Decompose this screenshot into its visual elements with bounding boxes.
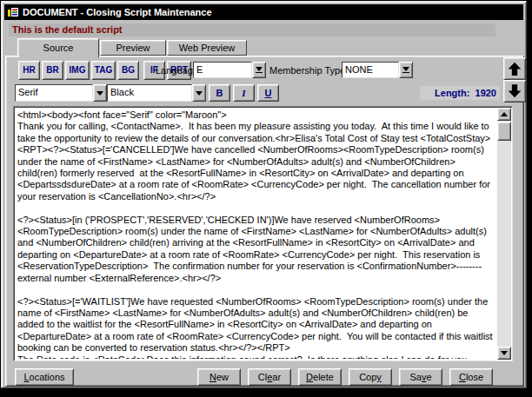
up-arrow-icon bbox=[507, 61, 522, 76]
chevron-down-icon bbox=[196, 91, 203, 96]
tab-source[interactable]: Source bbox=[17, 38, 99, 57]
membership-dropdown-icon[interactable] bbox=[399, 62, 413, 78]
action-button-row: New Clear Delete Copy Save Close bbox=[197, 368, 493, 386]
scrollbar-thumb[interactable] bbox=[497, 122, 511, 141]
language-value[interactable]: E bbox=[193, 62, 252, 78]
app-window: DOCUMENT - Closing Script Maintenance Th… bbox=[1, 1, 527, 388]
tab-preview[interactable]: Preview bbox=[100, 40, 166, 56]
dropdown-underline bbox=[256, 72, 263, 73]
font-color-combo[interactable]: Black bbox=[107, 84, 206, 102]
membership-type-label: Membership Type bbox=[269, 63, 345, 79]
italic-button[interactable]: I bbox=[233, 84, 255, 102]
length-label: Length: bbox=[435, 88, 469, 98]
chevron-down-icon bbox=[402, 67, 409, 71]
editor-scrollbar[interactable] bbox=[497, 108, 511, 360]
language-combo[interactable]: E bbox=[193, 62, 266, 78]
font-family-value[interactable]: Serif bbox=[15, 84, 93, 102]
move-up-button[interactable] bbox=[503, 57, 526, 80]
membership-type-combo[interactable]: NONE bbox=[342, 62, 413, 78]
font-family-combo[interactable]: Serif bbox=[15, 84, 107, 102]
window-title: DOCUMENT - Closing Script Maintenance bbox=[23, 7, 212, 17]
scroll-up-button[interactable] bbox=[497, 108, 511, 121]
main-panel: HR BR IMG TAG BG IF RPT Language E Membe… bbox=[5, 56, 524, 387]
chevron-down-icon bbox=[96, 91, 103, 96]
titlebar[interactable]: DOCUMENT - Closing Script Maintenance bbox=[4, 4, 523, 20]
tab-web-preview-label: Web Preview bbox=[179, 43, 236, 53]
delete-button[interactable]: Delete bbox=[298, 368, 342, 386]
tag-tag-button[interactable]: TAG bbox=[91, 61, 116, 80]
clear-button[interactable]: Clear bbox=[248, 368, 291, 386]
scroll-up-icon bbox=[501, 112, 508, 116]
chevron-down-icon bbox=[256, 67, 263, 71]
br-tag-button[interactable]: BR bbox=[42, 61, 63, 80]
dropdown-underline bbox=[402, 72, 409, 73]
app-icon bbox=[7, 6, 19, 18]
scroll-down-icon bbox=[501, 351, 508, 355]
membership-type-value[interactable]: NONE bbox=[342, 62, 399, 78]
tab-web-preview[interactable]: Web Preview bbox=[167, 40, 247, 56]
editor-text[interactable]: <html><body><font face="Serif" color="Ma… bbox=[16, 109, 496, 359]
scroll-down-button[interactable] bbox=[497, 347, 511, 360]
font-color-dropdown[interactable] bbox=[192, 84, 206, 102]
new-button[interactable]: New bbox=[197, 368, 241, 386]
save-button[interactable]: Save bbox=[399, 368, 442, 386]
length-value: 1920 bbox=[475, 88, 496, 98]
locations-rest: ocations bbox=[30, 372, 65, 382]
default-script-banner: This is the default script bbox=[9, 23, 495, 36]
font-color-value[interactable]: Black bbox=[107, 84, 192, 102]
close-button[interactable]: Close bbox=[449, 368, 493, 386]
move-down-button[interactable] bbox=[503, 80, 526, 103]
copy-button[interactable]: Copy bbox=[349, 368, 392, 386]
tab-source-label: Source bbox=[43, 43, 74, 53]
img-tag-button[interactable]: IMG bbox=[65, 61, 90, 80]
hr-tag-button[interactable]: HR bbox=[18, 61, 40, 80]
script-editor[interactable]: <html><body><font face="Serif" color="Ma… bbox=[13, 106, 513, 361]
underline-button[interactable]: U bbox=[257, 84, 279, 102]
language-label: Language bbox=[156, 63, 198, 79]
banner-text: This is the default script bbox=[12, 24, 123, 35]
tab-preview-label: Preview bbox=[116, 43, 150, 53]
font-family-dropdown[interactable] bbox=[93, 84, 107, 102]
length-indicator: Length: 1920 bbox=[420, 86, 500, 100]
bg-tag-button[interactable]: BG bbox=[117, 61, 139, 80]
down-arrow-icon bbox=[507, 83, 522, 99]
language-dropdown-icon[interactable] bbox=[252, 62, 266, 78]
bold-button[interactable]: B bbox=[209, 84, 230, 102]
locations-button[interactable]: Locations bbox=[15, 368, 74, 386]
